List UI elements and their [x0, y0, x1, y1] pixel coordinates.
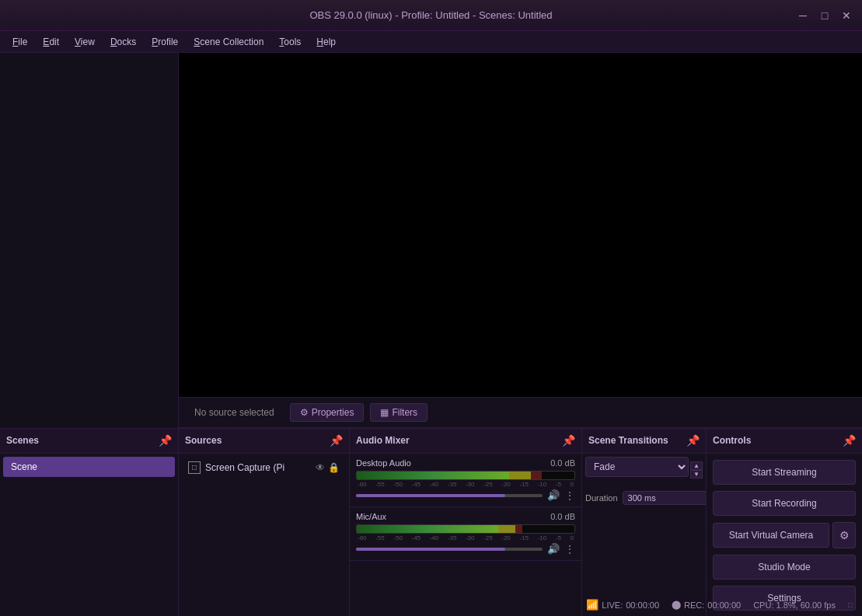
transitions-content: Fade Cut Swipe Slide ▲ ▼ Duration ▲	[582, 454, 706, 617]
sources-panel: Sources 📌 □ Screen Capture (Pi 👁 🔒 + 🗑 ⚙…	[179, 429, 350, 617]
menu-profile[interactable]: Profile	[145, 35, 184, 49]
desktop-audio-header: Desktop Audio 0.0 dB	[356, 458, 575, 468]
properties-button[interactable]: ⚙ Properties	[290, 403, 365, 422]
desktop-mute-button[interactable]: 🔊	[547, 489, 560, 501]
transitions-panel-header: Scene Transitions 📌	[582, 429, 706, 454]
rec-time: 00:00:00	[707, 600, 741, 610]
preview-area	[179, 53, 862, 397]
minimize-button[interactable]: ─	[794, 8, 812, 23]
live-time: 00:00:00	[626, 600, 659, 610]
virtual-camera-row: Start Virtual Camera ⚙	[713, 522, 856, 548]
mic-aux-controls: 🔊 ⋮	[356, 543, 575, 555]
sources-panel-header: Sources 📌	[179, 429, 349, 454]
controls-content: Start Streaming Start Recording Start Vi…	[707, 454, 862, 617]
rec-status: ⬤ REC: 00:00:00	[672, 600, 741, 610]
source-lock-icon[interactable]: 🔒	[328, 462, 340, 473]
transition-select-row: Fade Cut Swipe Slide ▲ ▼	[585, 457, 703, 483]
mic-meter-scale: -60-55-50-45-40-35-30-25-20-15-10-50	[356, 534, 575, 541]
duration-row: Duration ▲ ▼	[585, 489, 703, 506]
desktop-meter-yellow	[509, 472, 531, 479]
close-button[interactable]: ✕	[837, 8, 856, 23]
mic-meter-red	[515, 525, 522, 533]
mic-mute-button[interactable]: 🔊	[547, 543, 560, 555]
audio-content: Desktop Audio 0.0 dB -60-55-50-45-40-35-…	[350, 454, 581, 617]
scene-item[interactable]: Scene	[3, 457, 175, 477]
desktop-meter-green	[357, 472, 509, 479]
desktop-audio-track: Desktop Audio 0.0 dB -60-55-50-45-40-35-…	[350, 454, 581, 507]
filters-label: Filters	[392, 407, 417, 418]
desktop-audio-db: 0.0 dB	[550, 458, 575, 468]
mic-aux-track: Mic/Aux 0.0 dB -60-55-50-45-40-35-30-25-…	[350, 507, 581, 561]
audio-mixer-panel: Audio Mixer 📌 Desktop Audio 0.0 dB	[350, 429, 582, 617]
menu-docks[interactable]: Docks	[104, 35, 142, 49]
duration-label: Duration	[585, 493, 618, 503]
mic-meter-green	[357, 525, 498, 533]
source-controls: 👁 🔒	[316, 462, 340, 473]
source-item[interactable]: □ Screen Capture (Pi 👁 🔒	[182, 457, 346, 479]
source-name: Screen Capture (Pi	[205, 462, 284, 473]
sources-pin-icon[interactable]: 📌	[330, 434, 343, 447]
transition-type-select[interactable]: Fade Cut Swipe Slide	[585, 457, 689, 477]
left-top-panel	[0, 53, 179, 428]
window-title: OBS 29.0.0 (linux) - Profile: Untitled -…	[309, 9, 552, 21]
mic-meter-yellow	[498, 525, 515, 533]
bottom-panels: Scenes 📌 Scene + 🗑 ☰ ▲ ▼ Sources 📌	[0, 428, 862, 617]
start-virtual-camera-button[interactable]: Start Virtual Camera	[713, 523, 829, 548]
controls-panel: Controls 📌 Start Streaming Start Recordi…	[707, 429, 862, 617]
mic-volume-slider[interactable]	[356, 548, 543, 551]
live-label: LIVE:	[602, 600, 623, 610]
transitions-panel: Scene Transitions 📌 Fade Cut Swipe Slide…	[582, 429, 707, 617]
start-streaming-button[interactable]: Start Streaming	[713, 460, 856, 485]
audio-title: Audio Mixer	[356, 435, 410, 446]
mic-aux-meter	[356, 524, 575, 534]
controls-panel-header: Controls 📌	[707, 429, 862, 454]
desktop-more-button[interactable]: ⋮	[564, 489, 575, 502]
duration-input[interactable]	[623, 491, 706, 505]
transition-spin-up[interactable]: ▲	[690, 461, 703, 470]
scenes-title: Scenes	[6, 435, 39, 446]
controls-pin-icon[interactable]: 📌	[843, 434, 856, 447]
virtual-camera-settings-icon[interactable]: ⚙	[832, 522, 856, 548]
properties-icon: ⚙	[300, 407, 309, 418]
network-icon: 📶	[586, 599, 599, 611]
scenes-panel-header: Scenes 📌	[0, 429, 178, 454]
desktop-audio-name: Desktop Audio	[356, 458, 411, 468]
audio-panel-header: Audio Mixer 📌	[350, 429, 581, 454]
desktop-volume-slider[interactable]	[356, 494, 543, 497]
top-row: No source selected ⚙ Properties ▦ Filter…	[0, 53, 862, 428]
sources-content: □ Screen Capture (Pi 👁 🔒	[179, 454, 349, 617]
desktop-meter-scale: -60-55-50-45-40-35-30-25-20-15-10-50	[356, 481, 575, 488]
center-column: No source selected ⚙ Properties ▦ Filter…	[179, 53, 862, 428]
desktop-meter-red	[531, 472, 542, 479]
mic-aux-db: 0.0 dB	[550, 512, 575, 521]
menu-tools[interactable]: Tools	[273, 35, 307, 49]
live-status: 📶 LIVE: 00:00:00	[586, 599, 659, 611]
menu-help[interactable]: Help	[310, 35, 342, 49]
no-source-label: No source selected	[185, 401, 284, 424]
source-visibility-icon[interactable]: 👁	[316, 462, 325, 473]
transition-spin-buttons: ▲ ▼	[690, 461, 703, 479]
scenes-pin-icon[interactable]: 📌	[159, 434, 172, 447]
props-bar: No source selected ⚙ Properties ▦ Filter…	[179, 397, 862, 428]
maximize-button[interactable]: □	[815, 8, 834, 23]
menubar: File Edit View Docks Profile Scene Colle…	[0, 31, 862, 53]
studio-mode-button[interactable]: Studio Mode	[713, 555, 856, 579]
rec-icon: ⬤	[672, 600, 681, 610]
mic-aux-name: Mic/Aux	[356, 512, 386, 521]
menu-scene-collection[interactable]: Scene Collection	[187, 35, 270, 49]
filters-button[interactable]: ▦ Filters	[370, 403, 428, 422]
audio-pin-icon[interactable]: 📌	[562, 434, 575, 447]
transitions-pin-icon[interactable]: 📌	[686, 434, 700, 447]
menu-file[interactable]: File	[6, 35, 33, 49]
menu-edit[interactable]: Edit	[37, 35, 65, 49]
properties-label: Properties	[312, 407, 354, 418]
source-type-icon: □	[188, 461, 201, 474]
mic-more-button[interactable]: ⋮	[564, 543, 575, 555]
mic-aux-meter-container: -60-55-50-45-40-35-30-25-20-15-10-50	[356, 524, 575, 541]
transition-spin-down[interactable]: ▼	[690, 470, 703, 479]
start-recording-button[interactable]: Start Recording	[713, 491, 856, 516]
desktop-volume-fill	[356, 494, 505, 497]
main-area: No source selected ⚙ Properties ▦ Filter…	[0, 53, 862, 593]
cpu-status: CPU: 1.8%, 60.00 fps	[753, 600, 836, 610]
menu-view[interactable]: View	[68, 35, 101, 49]
